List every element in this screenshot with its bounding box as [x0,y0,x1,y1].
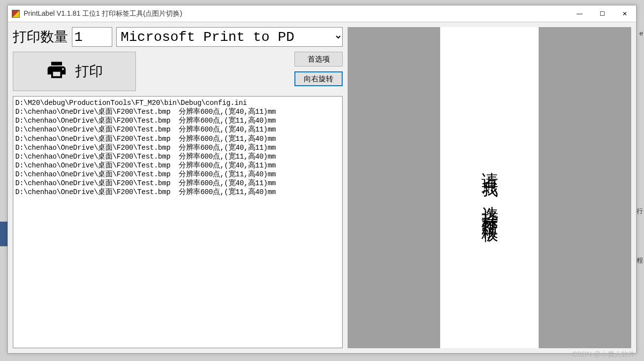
preview-placeholder-text: 请点我 选择标签模板 [478,159,501,217]
print-button[interactable]: 打印 [13,52,136,91]
app-icon [12,10,20,18]
titlebar[interactable]: PrintLabel V1.1.81 工位1 打印标签工具(点图片切换) — ☐… [8,5,636,22]
printer-icon [46,59,67,84]
action-row: 打印 首选项 向右旋转 [13,52,343,91]
left-panel: 打印数量 Microsoft Print to PD 打印 首选项 [13,27,343,348]
content-area: 打印数量 Microsoft Print to PD 打印 首选项 [8,22,636,353]
window-controls: — ☐ ✕ [568,5,636,22]
print-button-label: 打印 [75,62,103,81]
preview-panel: 请点我 选择标签模板 [348,27,631,348]
bg-text: 行 [637,207,643,216]
rotate-right-button[interactable]: 向右旋转 [294,71,343,86]
top-controls-row: 打印数量 Microsoft Print to PD [13,27,343,47]
label-preview[interactable]: 请点我 选择标签模板 [440,27,539,348]
preferences-button[interactable]: 首选项 [294,52,343,66]
watermark: CSDN @小黄人软件 [572,350,635,359]
side-buttons: 首选项 向右旋转 [294,52,343,86]
close-button[interactable]: ✕ [613,5,636,22]
window-title: PrintLabel V1.1.81 工位1 打印标签工具(点图片切换) [24,9,568,18]
maximize-button[interactable]: ☐ [591,5,613,22]
bg-text: 程 [637,256,643,265]
printer-select[interactable]: Microsoft Print to PD [116,27,343,47]
log-output[interactable]: D:\M20\debug\ProductionTools\FT_M20\bin\… [13,96,343,348]
quantity-input[interactable] [72,27,112,47]
background-sidebar-hint [0,222,7,246]
quantity-label: 打印数量 [13,28,68,46]
bg-text: e [640,30,643,37]
app-window: PrintLabel V1.1.81 工位1 打印标签工具(点图片切换) — ☐… [7,5,637,354]
minimize-button[interactable]: — [568,5,591,22]
